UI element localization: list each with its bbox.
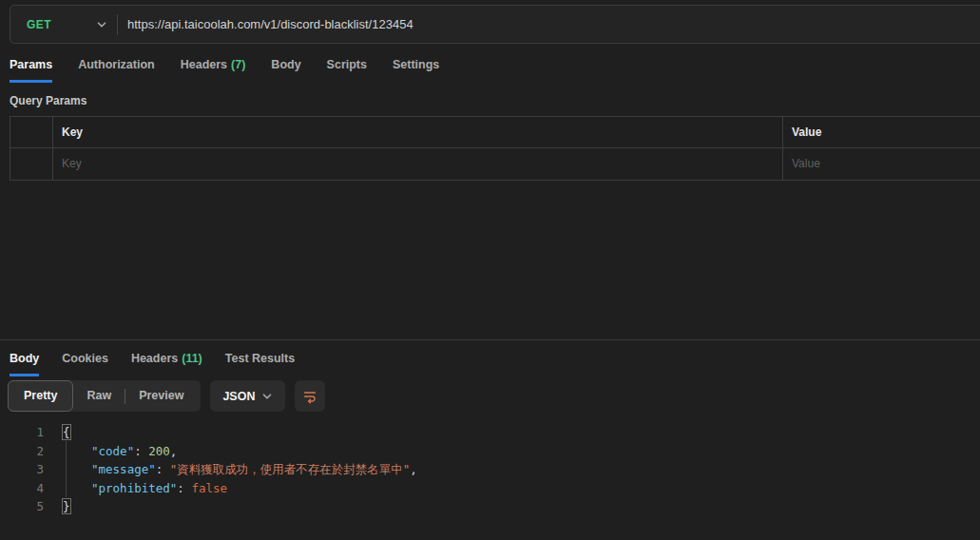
code-line: 4"prohibited": false xyxy=(0,479,980,498)
tab-body[interactable]: Body xyxy=(271,54,300,83)
tab-params-label: Params xyxy=(10,58,52,71)
response-tabs: Body Cookies Headers(11) Test Results xyxy=(10,348,295,376)
line-number: 5 xyxy=(0,497,44,516)
code-line-content: "prohibited": false xyxy=(63,479,227,498)
code-line-content: } xyxy=(63,497,70,516)
response-tab-body-label: Body xyxy=(10,352,39,365)
code-line: 2"code": 200, xyxy=(0,442,980,461)
request-tabs: Params Authorization Headers(7) Body Scr… xyxy=(10,54,439,83)
response-tab-body[interactable]: Body xyxy=(10,348,39,376)
chevron-down-icon xyxy=(96,19,107,30)
code-token: , xyxy=(170,444,178,458)
indent-guide xyxy=(66,441,67,497)
code-token: "code" xyxy=(91,444,134,458)
param-select-header-cell xyxy=(10,117,53,148)
url-input[interactable]: https://api.taicoolah.com/v1/discord-bla… xyxy=(118,17,980,31)
code-line: 5} xyxy=(0,497,980,516)
response-tab-headers[interactable]: Headers(11) xyxy=(131,348,202,376)
response-tab-test-results-label: Test Results xyxy=(225,352,295,365)
tab-settings[interactable]: Settings xyxy=(393,54,439,83)
tab-params[interactable]: Params xyxy=(10,54,52,83)
param-row-select-cell[interactable] xyxy=(10,148,53,180)
code-token: : xyxy=(156,462,170,476)
response-tab-headers-label: Headers xyxy=(131,352,178,365)
tab-settings-label: Settings xyxy=(393,58,439,71)
response-tab-test-results[interactable]: Test Results xyxy=(225,348,295,376)
code-token: { xyxy=(63,425,70,439)
response-section-divider xyxy=(0,339,980,340)
method-label: GET xyxy=(27,18,51,31)
tab-authorization[interactable]: Authorization xyxy=(78,54,155,83)
response-code: 1{2"code": 200,3"message": "資料獲取成功，使用者不存… xyxy=(0,423,980,516)
wrap-text-icon xyxy=(302,389,317,404)
query-params-label: Query Params xyxy=(10,94,86,107)
code-token: "message" xyxy=(91,462,156,476)
response-view-group: Pretty Raw Preview xyxy=(8,380,201,412)
code-token: : xyxy=(177,481,191,495)
format-select-label: JSON xyxy=(222,390,255,403)
tab-body-label: Body xyxy=(271,58,300,71)
pretty-view-button[interactable]: Pretty xyxy=(8,380,73,412)
line-number: 1 xyxy=(0,423,44,442)
code-token: , xyxy=(410,462,417,476)
query-params-table: Key Value Key Value xyxy=(10,116,980,181)
tab-headers[interactable]: Headers(7) xyxy=(181,54,246,83)
line-number: 2 xyxy=(0,442,44,461)
code-line: 1{ xyxy=(0,423,980,442)
chevron-down-icon xyxy=(261,391,273,402)
tab-scripts[interactable]: Scripts xyxy=(327,54,367,83)
tab-headers-label: Headers xyxy=(181,58,227,71)
code-line-content: "code": 200, xyxy=(63,442,177,461)
raw-view-button[interactable]: Raw xyxy=(73,381,125,411)
response-tab-cookies-label: Cookies xyxy=(62,352,108,365)
code-line-content: { xyxy=(63,423,70,442)
response-body-viewer[interactable]: 1{2"code": 200,3"message": "資料獲取成功，使用者不存… xyxy=(0,423,980,540)
code-token: 200 xyxy=(148,444,170,458)
code-line: 3"message": "資料獲取成功，使用者不存在於封禁名單中", xyxy=(0,460,980,479)
line-number: 3 xyxy=(0,460,44,479)
param-value-input[interactable]: Value xyxy=(783,148,980,180)
headers-count-badge: (7) xyxy=(231,58,245,71)
code-line-content: "message": "資料獲取成功，使用者不存在於封禁名單中", xyxy=(63,460,417,479)
code-token: false xyxy=(191,481,227,495)
format-select[interactable]: JSON xyxy=(210,380,285,412)
code-token: "prohibited" xyxy=(91,481,177,495)
tab-authorization-label: Authorization xyxy=(78,58,155,71)
key-column-header: Key xyxy=(53,117,783,148)
response-toolbar: Pretty Raw Preview JSON xyxy=(8,380,325,412)
value-column-header: Value xyxy=(783,117,980,148)
wrap-text-button[interactable] xyxy=(295,380,325,412)
method-select[interactable]: GET xyxy=(10,6,117,43)
code-token: : xyxy=(134,444,148,458)
tab-scripts-label: Scripts xyxy=(327,58,367,71)
request-url-bar: GET https://api.taicoolah.com/v1/discord… xyxy=(10,5,980,44)
code-token: "資料獲取成功，使用者不存在於封禁名單中" xyxy=(170,462,411,476)
response-headers-count-badge: (11) xyxy=(182,352,202,365)
code-token: } xyxy=(63,499,70,513)
preview-view-button[interactable]: Preview xyxy=(125,381,197,411)
param-key-input[interactable]: Key xyxy=(53,148,783,180)
line-number: 4 xyxy=(0,479,44,498)
response-tab-cookies[interactable]: Cookies xyxy=(62,348,108,376)
